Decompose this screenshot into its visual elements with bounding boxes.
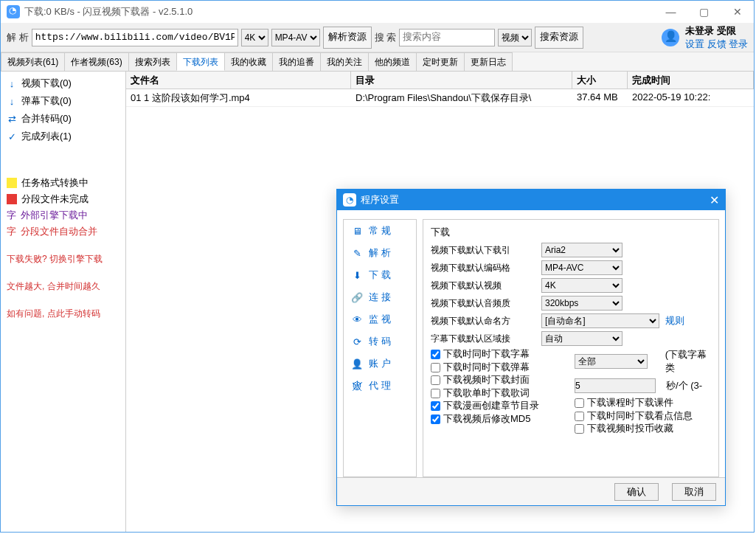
dialog-panel: 下载 视频下载默认下载引Aria2 视频下载默认编码格MP4-AVC 视频下载默… [423,219,719,477]
url-input[interactable] [32,29,238,46]
legend-item: 字外部引擎下载中 [4,207,122,223]
tab-3[interactable]: 下载列表 [176,52,225,71]
format-select[interactable]: MP4-AV [271,29,320,46]
tab-0[interactable]: 视频列表(61) [1,52,65,71]
tab-6[interactable]: 我的关注 [320,52,369,71]
checkbox-row[interactable]: 下载时同时下载弹幕 [431,361,567,373]
codec-select[interactable]: MP4-AVC [541,260,623,275]
minimize-button[interactable]: — [654,1,687,23]
dialog-nav-item[interactable]: 🔗连 接 [344,286,416,308]
main-toolbar: 解 析 4K MP4-AV 解析资源 搜 索 视频 搜索资源 未登录 受限 设置… [1,23,754,52]
legend-item: 字分段文件自动合并 [4,223,122,240]
tab-4[interactable]: 我的收藏 [224,52,273,71]
cancel-button[interactable]: 取消 [672,483,716,501]
feedback-link[interactable]: 反馈 [707,38,726,49]
col-time[interactable]: 完成时间 [628,72,754,89]
dialog-icon: ◔ [343,193,356,207]
close-button[interactable]: ✕ [721,1,754,23]
checkbox-row[interactable]: 下载歌单时下载歌词 [431,387,567,399]
search-input[interactable] [399,29,495,46]
checkbox[interactable] [431,401,440,411]
tab-9[interactable]: 更新日志 [464,52,513,71]
legend-item: 分段文件未完成 [4,191,122,207]
audio-quality-select[interactable]: 320kbps [541,296,623,311]
nav-icon: 🔗 [351,292,363,303]
color-swatch [7,194,17,204]
sidebar-item[interactable]: ✓完成列表(1) [4,128,122,145]
sidebar-tip[interactable]: 如有问题, 点此手动转码 [4,306,122,322]
naming-select[interactable]: [自动命名] [541,313,659,328]
dialog-close-icon[interactable]: ✕ [710,193,719,207]
dialog-nav-item[interactable]: ⟳转 码 [344,330,416,353]
login-link[interactable]: 登录 [729,38,748,49]
arrow-icon: ↓ [7,78,17,89]
maximize-button[interactable]: ▢ [687,1,721,23]
dialog-nav-item[interactable]: 🖥常 规 [344,220,416,242]
checkbox[interactable] [431,363,440,372]
checkbox[interactable] [575,398,584,408]
checkbox-row[interactable]: 下载课程时下载课件 [575,397,711,409]
user-avatar-icon[interactable] [662,29,679,46]
dialog-footer: 确认 取消 [337,477,725,505]
sidebar-item[interactable]: ⇄合并转码(0) [4,110,122,128]
quality-select[interactable]: 4K [241,29,268,46]
parse-button[interactable]: 解析资源 [323,27,372,49]
sidebar-tip[interactable]: 文件越大, 合并时间越久 [4,279,122,294]
checkbox[interactable] [575,424,584,434]
tab-8[interactable]: 定时更新 [416,52,465,71]
search-type-select[interactable]: 视频 [498,29,532,46]
tab-7[interactable]: 他的频道 [368,52,417,71]
tab-1[interactable]: 作者视频(63) [64,52,128,71]
dialog-nav-item[interactable]: ⬇下 载 [344,264,416,286]
titlebar: 下载:0 KB/s - 闪豆视频下载器 - v2.5.1.0 — ▢ ✕ [1,1,754,23]
checkbox-row[interactable]: 下载时同时下载看点信息 [575,410,711,422]
nav-icon: 👤 [351,358,363,370]
checkbox-row[interactable]: 下载视频时投币收藏 [575,423,711,434]
parse-label: 解 析 [7,31,29,44]
section-title: 下载 [431,226,711,239]
table-row[interactable]: 01 1 这阶段该如何学习.mp4D:\Program Files\Shando… [126,89,754,107]
sidebar: ↓视频下载(0)↓弹幕下载(0)⇄合并转码(0)✓完成列表(1) 任务格式转换中… [1,72,126,532]
nav-icon: 🖥 [351,226,363,237]
main-tabs: 视频列表(61)作者视频(63)搜索列表下载列表我的收藏我的追番我的关注他的频道… [1,52,754,72]
dialog-nav-item[interactable]: 🕸代 理 [344,375,416,397]
checkbox-row[interactable]: 下载视频后修改MD5 [431,413,567,425]
nav-icon: 👁 [351,314,363,325]
region-select[interactable]: 自动 [541,331,623,346]
checkbox-row[interactable]: 下载视频时下载封面 [431,374,567,386]
sidebar-tip[interactable]: 下载失败? 切换引擎下载 [4,252,122,267]
engine-select[interactable]: Aria2 [541,243,623,257]
col-directory[interactable]: 目录 [351,72,572,89]
nav-icon: 🕸 [351,381,363,392]
nav-icon: ✎ [351,248,363,259]
checkbox-row[interactable]: 下载漫画创建章节目录 [431,400,567,412]
delay-input[interactable] [575,378,656,393]
settings-dialog: ◔ 程序设置 ✕ 🖥常 规✎解 析⬇下 载🔗连 接👁监 视⟳转 码👤账 户🕸代 … [336,189,726,506]
subtitle-all-select[interactable]: 全部 [575,354,648,369]
tab-5[interactable]: 我的追番 [272,52,321,71]
checkbox[interactable] [431,415,440,424]
video-quality-select[interactable]: 4K [541,278,623,293]
dialog-nav-item[interactable]: 👁监 视 [344,308,416,330]
checkbox[interactable] [431,375,440,385]
dialog-nav-item[interactable]: 👤账 户 [344,353,416,375]
search-button[interactable]: 搜索资源 [535,27,583,49]
checkbox[interactable] [431,350,440,359]
arrow-icon: ✓ [7,131,17,142]
col-filename[interactable]: 文件名 [126,72,351,89]
col-size[interactable]: 大小 [572,72,628,89]
search-label: 搜 索 [375,31,397,44]
naming-rule-link[interactable]: 规则 [665,314,684,327]
checkbox-row[interactable]: 下载时同时下载字幕 [431,348,567,360]
window-title: 下载:0 KB/s - 闪豆视频下载器 - v2.5.1.0 [24,5,193,18]
tab-2[interactable]: 搜索列表 [128,52,177,71]
sidebar-item[interactable]: ↓弹幕下载(0) [4,92,122,110]
dialog-nav-item[interactable]: ✎解 析 [344,242,416,264]
settings-link[interactable]: 设置 [685,38,704,49]
checkbox[interactable] [575,412,584,421]
table-header: 文件名 目录 大小 完成时间 [126,72,754,89]
dialog-title: 程序设置 [361,193,399,207]
checkbox[interactable] [431,389,440,398]
ok-button[interactable]: 确认 [614,483,659,501]
sidebar-item[interactable]: ↓视频下载(0) [4,74,122,92]
